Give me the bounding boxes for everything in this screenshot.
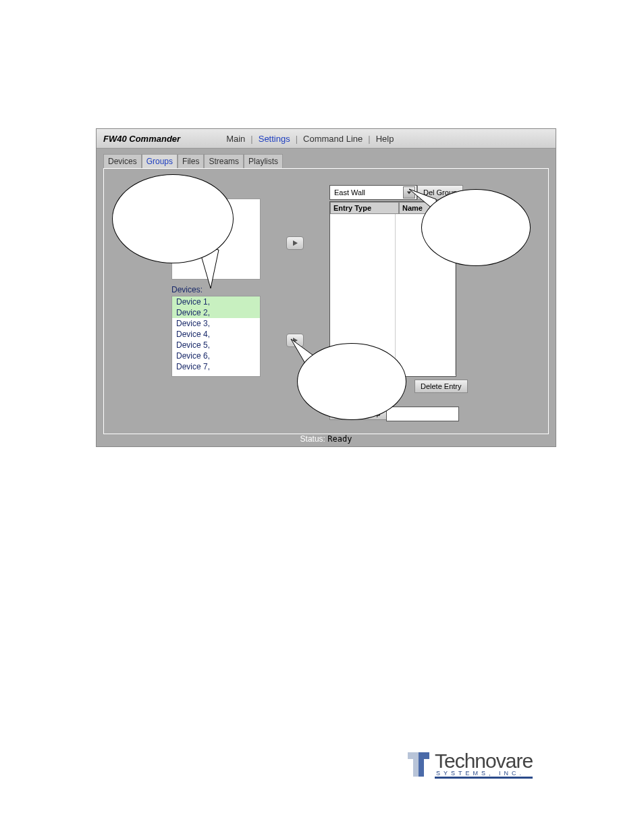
tab-playlists[interactable]: Playlists: [244, 154, 283, 168]
arrow-right-icon: [292, 240, 298, 246]
logo-mark-icon: [405, 750, 432, 779]
menu-help[interactable]: Help: [371, 134, 400, 144]
title-bar: FW40 Commander Main | Settings | Command…: [97, 129, 556, 149]
logo-text: Technovare SYSTEMS, INC.: [435, 751, 533, 779]
list-item[interactable]: Device 5,: [172, 340, 260, 350]
list-item[interactable]: Device 2,: [172, 307, 260, 318]
menu-main[interactable]: Main: [221, 134, 250, 144]
tab-groups[interactable]: Groups: [142, 154, 178, 168]
callout-bubble: [297, 343, 406, 420]
status-value: Ready: [327, 434, 352, 444]
delete-entry-button[interactable]: Delete Entry: [414, 380, 468, 393]
list-item[interactable]: Device 4,: [172, 329, 260, 340]
logo-main-text: Technovare: [435, 751, 533, 771]
callout-bubble: [421, 189, 531, 266]
devices-listbox[interactable]: Device 1, Device 2, Device 3, Device 4, …: [171, 296, 261, 377]
add-group-arrow-button[interactable]: [286, 236, 304, 250]
tab-streams[interactable]: Streams: [204, 154, 244, 168]
tab-devices[interactable]: Devices: [103, 154, 142, 168]
col-entry-type[interactable]: Entry Type: [330, 202, 399, 214]
group-select[interactable]: East Wall: [329, 185, 417, 200]
list-item[interactable]: Device 6,: [172, 350, 260, 361]
svg-marker-0: [293, 240, 298, 246]
status-label: Status:: [300, 434, 325, 444]
status-bar: Status: Ready: [97, 434, 556, 444]
app-window: FW40 Commander Main | Settings | Command…: [96, 128, 556, 447]
list-item[interactable]: Device 3,: [172, 318, 260, 329]
menu-command-line[interactable]: Command Line: [298, 134, 368, 144]
new-group-input[interactable]: [386, 407, 459, 421]
company-logo: Technovare SYSTEMS, INC.: [405, 750, 574, 779]
tab-files[interactable]: Files: [178, 154, 204, 168]
logo-sub-text: SYSTEMS, INC.: [436, 770, 533, 777]
content-panel: Devices: Device 1, Device 2, Device 3, D…: [103, 168, 549, 434]
subtabs: Devices Groups Files Streams Playlists: [97, 149, 556, 168]
menu-settings[interactable]: Settings: [253, 134, 296, 144]
callout-bubble: [112, 174, 234, 263]
list-item[interactable]: Device 7,: [172, 361, 260, 372]
main-menu: Main | Settings | Command Line | Help: [221, 134, 399, 144]
app-title: FW40 Commander: [103, 134, 180, 144]
group-select-value: East Wall: [334, 188, 365, 197]
